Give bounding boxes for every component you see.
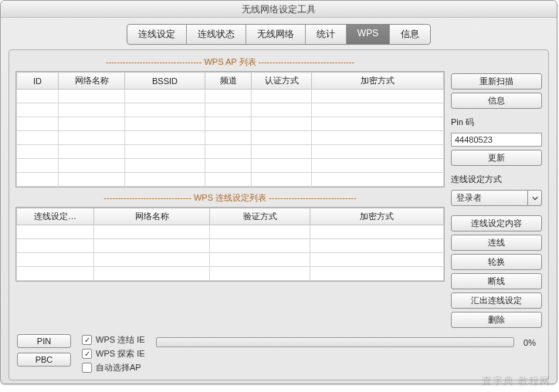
table-row: [17, 90, 444, 103]
profile-col-ssid[interactable]: 网络名称: [94, 208, 210, 225]
ap-col-id[interactable]: ID: [17, 73, 59, 90]
ap-col-bssid[interactable]: BSSID: [125, 73, 205, 90]
side-controls: 重新扫描 信息 Pin 码 更新 连线设定方式 登录者 连线设定内容 连线: [451, 56, 542, 328]
pin-button[interactable]: PIN: [17, 334, 71, 348]
profile-list-title: ------------------------------- WPS 连线设定…: [15, 192, 445, 204]
refresh-button[interactable]: 更新: [451, 150, 542, 166]
progress-percent: 0%: [523, 338, 536, 347]
info-button[interactable]: 信息: [451, 93, 542, 109]
tab-bar: 连线设定 连线状态 无线网络 统计 WPS 信息: [8, 24, 549, 45]
tabs: 连线设定 连线状态 无线网络 统计 WPS 信息: [127, 24, 431, 45]
table-row: [17, 117, 444, 131]
table-row: [17, 253, 444, 267]
window-content: 连线设定 连线状态 无线网络 统计 WPS 信息 ---------------…: [1, 18, 557, 385]
ap-col-cipher[interactable]: 加密方式: [312, 73, 444, 90]
rotate-button[interactable]: 轮换: [451, 254, 542, 270]
connect-button[interactable]: 连线: [451, 235, 542, 251]
checkbox-icon: [82, 363, 92, 373]
table-row: [17, 103, 444, 117]
pin-input[interactable]: [451, 133, 542, 147]
auto-select-ap-checkbox[interactable]: 自动选择AP: [82, 362, 145, 373]
method-select-value: 登录者: [451, 190, 528, 206]
wps-probe-ie-checkbox[interactable]: WPS 探索 IE: [82, 348, 145, 360]
auto-select-ap-label: 自动选择AP: [96, 362, 141, 373]
tab-stats[interactable]: 统计: [306, 25, 347, 44]
profile-list-body[interactable]: [17, 225, 444, 281]
tab-info[interactable]: 信息: [390, 25, 430, 44]
ap-col-channel[interactable]: 频道: [205, 73, 252, 90]
ap-list-table-wrap: ID 网络名称 BSSID 频道 认证方式 加密方式: [15, 71, 445, 188]
table-row: [17, 145, 444, 159]
wps-assoc-ie-label: WPS 连结 IE: [96, 334, 145, 346]
table-row: [17, 267, 444, 281]
table-row: [17, 173, 444, 187]
table-row: [17, 225, 444, 239]
app-window: 无线网络设定工具 连线设定 连线状态 无线网络 统计 WPS 信息 ------…: [0, 0, 557, 384]
wps-assoc-ie-checkbox[interactable]: WPS 连结 IE: [82, 334, 145, 346]
chevron-down-icon: [528, 190, 542, 206]
pin-label: Pin 码: [451, 117, 542, 128]
checkbox-checked-icon: [82, 335, 92, 345]
disconnect-button[interactable]: 断线: [451, 273, 542, 289]
tab-wps[interactable]: WPS: [347, 25, 390, 44]
ap-list-table: ID 网络名称 BSSID 频道 认证方式 加密方式: [16, 72, 444, 187]
export-button[interactable]: 汇出连线设定: [451, 292, 542, 309]
pbc-button[interactable]: PBC: [17, 353, 71, 367]
tab-connection-status[interactable]: 连线状态: [187, 25, 246, 44]
ap-list-title: ---------------------------------- WPS A…: [15, 56, 445, 68]
progress-bar: [156, 337, 515, 347]
tab-connection-settings[interactable]: 连线设定: [127, 25, 187, 44]
wps-panel: ---------------------------------- WPS A…: [8, 49, 549, 380]
delete-button[interactable]: 删除: [451, 312, 542, 328]
profile-col-cipher[interactable]: 加密方式: [310, 208, 444, 225]
profile-list-group: ------------------------------- WPS 连线设定…: [15, 192, 445, 282]
bottom-controls: PIN PBC WPS 连结 IE WPS 探索 IE 自动选择AP: [15, 334, 542, 373]
table-row: [17, 239, 444, 253]
profile-list-table-wrap: 连线设定… 网络名称 验证方式 加密方式: [15, 207, 445, 282]
progress-area: 0%: [156, 337, 542, 347]
profile-col-auth[interactable]: 验证方式: [210, 208, 310, 225]
table-row: [17, 159, 444, 173]
method-select[interactable]: 登录者: [451, 190, 542, 206]
method-label: 连线设定方式: [451, 174, 542, 185]
tab-wireless[interactable]: 无线网络: [246, 25, 306, 44]
detail-button[interactable]: 连线设定内容: [451, 215, 542, 231]
checkbox-checked-icon: [82, 349, 92, 359]
ap-list-body[interactable]: [17, 90, 444, 187]
wps-probe-ie-label: WPS 探索 IE: [96, 348, 145, 360]
rescan-button[interactable]: 重新扫描: [451, 73, 542, 90]
window-title: 无线网络设定工具: [1, 1, 557, 18]
profile-list-table: 连线设定… 网络名称 验证方式 加密方式: [16, 208, 444, 281]
profile-col-name[interactable]: 连线设定…: [17, 208, 94, 225]
ap-col-auth[interactable]: 认证方式: [252, 73, 312, 90]
table-row: [17, 131, 444, 145]
ap-col-ssid[interactable]: 网络名称: [59, 73, 125, 90]
ap-list-group: ---------------------------------- WPS A…: [15, 56, 445, 188]
